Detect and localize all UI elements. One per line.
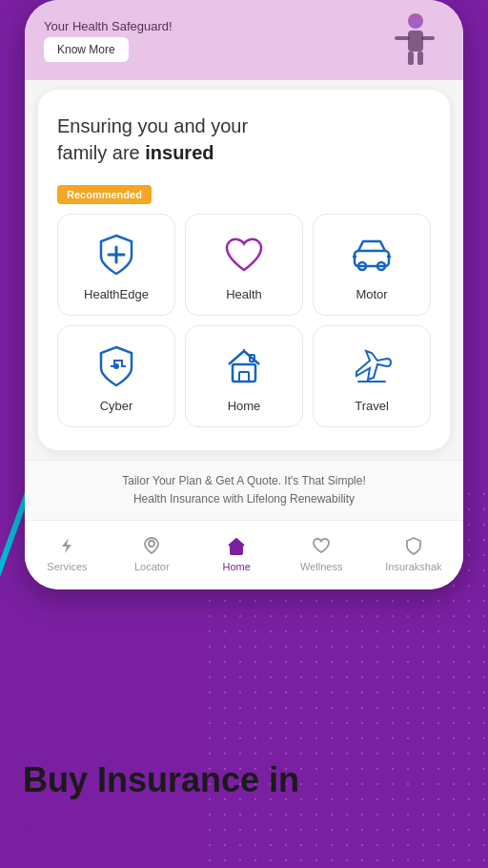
svg-point-13	[113, 363, 119, 369]
heart-nav-icon	[310, 534, 333, 557]
svg-point-0	[408, 13, 423, 29]
headline-part1: Ensuring you and your	[57, 115, 248, 136]
nav-home-label: Home	[222, 561, 250, 572]
nav-insurakshak[interactable]: Insurakshak	[377, 530, 449, 576]
svg-rect-15	[239, 372, 249, 382]
svg-rect-22	[234, 549, 238, 554]
top-banner-content: Your Health Safeguard! Know More	[44, 19, 173, 62]
home-label: Home	[228, 399, 261, 413]
insurance-item-health[interactable]: Health	[185, 214, 303, 316]
buy-insurance-title: Buy Insurance in	[23, 760, 299, 799]
nav-locator-label: Locator	[134, 561, 170, 572]
nav-services[interactable]: Services	[38, 530, 95, 576]
insurance-item-home[interactable]: Home	[185, 325, 303, 427]
nav-home[interactable]: Home	[208, 530, 265, 576]
house-icon	[221, 343, 267, 389]
shield-nav-icon	[402, 534, 425, 557]
home-nav-icon	[225, 534, 248, 557]
plane-icon	[349, 343, 395, 389]
insurance-item-motor[interactable]: Motor	[313, 214, 431, 316]
svg-rect-3	[417, 52, 423, 65]
headline-bold: insured	[145, 142, 214, 163]
location-icon	[140, 534, 163, 557]
few-clicks-title: Few Clicks!	[23, 800, 299, 839]
recommended-badge: Recommended	[57, 185, 152, 204]
nav-insurakshak-label: Insurakshak	[385, 561, 441, 572]
shield-cross-icon	[93, 232, 139, 278]
info-line2: Health Insurance with Lifelong Renewabil…	[44, 490, 444, 508]
main-card: Ensuring you and your family are insured…	[38, 90, 450, 450]
shield-cyber-icon	[93, 343, 139, 389]
banner-illustration	[368, 11, 444, 69]
healthedge-label: HealthEdge	[84, 287, 149, 301]
car-icon	[349, 232, 395, 278]
headline-part2: family are	[57, 142, 145, 163]
cyber-label: Cyber	[100, 399, 133, 413]
bolt-icon	[55, 534, 78, 557]
phone-mockup: Your Health Safeguard! Know More Ensurin…	[25, 0, 463, 589]
nav-services-label: Services	[47, 561, 87, 572]
info-line1: Tailor Your Plan & Get A Quote. It's Tha…	[44, 472, 444, 490]
headline: Ensuring you and your family are insured	[57, 113, 431, 166]
top-banner-text: Your Health Safeguard!	[44, 19, 173, 33]
insurance-item-cyber[interactable]: Cyber	[57, 325, 175, 427]
know-more-button[interactable]: Know More	[44, 37, 129, 62]
insurance-item-travel[interactable]: Travel	[313, 325, 431, 427]
nav-wellness[interactable]: Wellness	[293, 530, 350, 576]
travel-label: Travel	[355, 399, 389, 413]
health-label: Health	[226, 287, 262, 301]
svg-rect-2	[408, 52, 414, 65]
svg-point-20	[149, 541, 154, 547]
top-banner: Your Health Safeguard! Know More	[25, 0, 463, 80]
heart-icon	[221, 232, 267, 278]
bottom-text-section: Buy Insurance in Few Clicks!	[23, 760, 299, 839]
info-strip: Tailor Your Plan & Get A Quote. It's Tha…	[25, 460, 463, 520]
nav-locator[interactable]: Locator	[123, 530, 180, 576]
insurance-grid: HealthEdge Health Motor	[57, 214, 431, 427]
svg-rect-1	[408, 31, 423, 52]
svg-marker-19	[62, 538, 71, 553]
motor-label: Motor	[356, 287, 387, 301]
bottom-nav: Services Locator Home Wellness Insuraksh	[25, 520, 463, 589]
nav-wellness-label: Wellness	[300, 561, 342, 572]
insurance-item-healthedge[interactable]: HealthEdge	[57, 214, 175, 316]
